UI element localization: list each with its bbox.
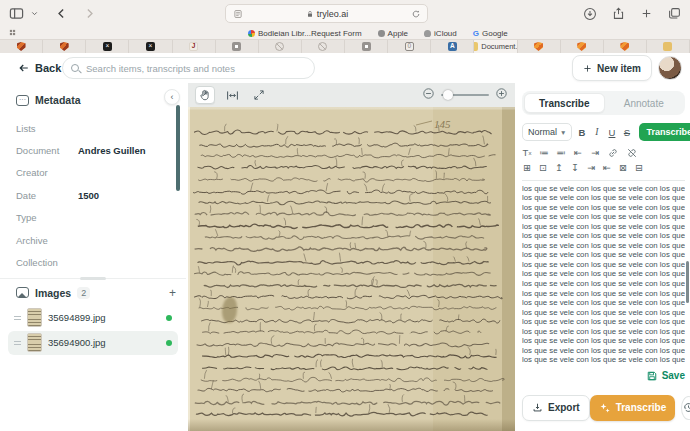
downloads-icon[interactable]: [582, 6, 598, 22]
transcript-line: los que se vele con los que se vele con …: [522, 346, 685, 356]
browser-tab[interactable]: [561, 40, 604, 53]
add-image-button[interactable]: +: [169, 286, 176, 300]
browser-tab[interactable]: [0, 40, 43, 53]
history-button[interactable]: [681, 396, 690, 420]
outdent-button[interactable]: ⇤: [573, 148, 583, 158]
row-below-button[interactable]: ↧: [570, 163, 580, 173]
column-after-button[interactable]: ⇥: [586, 163, 596, 173]
zoom-slider[interactable]: [441, 94, 489, 96]
metadata-field-row[interactable]: Creator: [0, 162, 186, 184]
metadata-field-row[interactable]: Collection: [0, 251, 186, 273]
merge-cells-button[interactable]: ⊠: [618, 163, 628, 173]
user-avatar[interactable]: [658, 56, 682, 80]
browser-forward-icon[interactable]: [81, 6, 97, 22]
expand-button[interactable]: [249, 86, 269, 104]
transcript-scrollbar[interactable]: [686, 261, 689, 303]
split-cells-button[interactable]: ⊟: [634, 163, 644, 173]
row-above-button[interactable]: ↥: [554, 163, 564, 173]
pan-hand-tool-button[interactable]: [195, 86, 215, 104]
transcript-line: los que se vele con los que se vele con …: [522, 317, 685, 327]
metadata-field-row[interactable]: Lists: [0, 117, 186, 139]
metadata-field-row[interactable]: Archive: [0, 229, 186, 251]
browser-tab[interactable]: J: [173, 40, 216, 53]
export-button[interactable]: Export: [522, 395, 590, 421]
transcribed-status-button[interactable]: Transcribed ▼: [639, 123, 690, 141]
browser-back-icon[interactable]: [53, 6, 69, 22]
back-button[interactable]: Back: [18, 62, 61, 74]
x-black-favicon: ×: [103, 42, 112, 51]
bold-button[interactable]: B: [575, 124, 588, 140]
bookmark-item[interactable]: iCloud: [424, 29, 457, 38]
new-item-button[interactable]: New item: [572, 55, 652, 81]
save-button[interactable]: Save: [522, 370, 685, 382]
manuscript-image[interactable]: 145: [188, 107, 515, 431]
browser-tab[interactable]: A: [431, 40, 474, 53]
underline-button[interactable]: U: [605, 124, 618, 140]
indent-button[interactable]: ⇥: [590, 148, 600, 158]
bookmark-label: Bodleian Libr...Request Form: [258, 29, 362, 38]
browser-tab[interactable]: [345, 40, 388, 53]
unlink-button[interactable]: [626, 147, 638, 159]
browser-tab[interactable]: ×: [129, 40, 172, 53]
bullet-list-button[interactable]: ≔: [539, 148, 549, 158]
insert-table-button[interactable]: ⊞: [522, 163, 532, 173]
browser-tab[interactable]: [647, 40, 690, 53]
browser-tab[interactable]: [604, 40, 647, 53]
transcribe-button[interactable]: Transcribe: [590, 395, 676, 421]
sidebar-collapse-button[interactable]: ‹: [164, 89, 180, 105]
italic-button[interactable]: I: [590, 124, 603, 140]
sidebar-scrollbar[interactable]: [176, 105, 180, 191]
new-tab-icon[interactable]: [638, 6, 654, 22]
zoom-out-button[interactable]: [422, 86, 435, 104]
numbered-list-button[interactable]: ≕: [556, 148, 566, 158]
browser-tab[interactable]: [43, 40, 86, 53]
browser-tab[interactable]: [216, 40, 259, 53]
strikethrough-button[interactable]: S: [620, 124, 633, 140]
bookmark-item[interactable]: Apple: [378, 29, 408, 38]
format-toolbar-row3: ⊞⊡↥↧⇥⇤⊠⊟: [522, 163, 685, 173]
bookmark-item[interactable]: GGoogle: [473, 29, 508, 38]
reload-icon[interactable]: [411, 6, 421, 22]
fit-width-button[interactable]: [222, 86, 242, 104]
sidebar-chevron-icon[interactable]: [30, 6, 39, 22]
favorites-grid-icon[interactable]: [9, 29, 16, 38]
search-box[interactable]: [62, 57, 315, 79]
browser-tab[interactable]: [518, 40, 561, 53]
browser-tab-active[interactable]: Document...: [474, 40, 517, 53]
tab-overview-icon[interactable]: [666, 6, 682, 22]
format-toolbar-row1: Normal ▼ BIUS Transcribed ▼: [522, 123, 685, 141]
browser-tab[interactable]: 0: [388, 40, 431, 53]
image-list-item[interactable]: 35694900.jpg: [8, 331, 178, 355]
reader-icon[interactable]: [232, 6, 243, 22]
transcript-line: los que se vele con los que se vele con …: [522, 269, 685, 279]
bodleian-icon: [248, 30, 255, 37]
column-before-button[interactable]: ⇤: [602, 163, 612, 173]
transcript-line: los que se vele con los que se vele con …: [522, 203, 685, 213]
metadata-field-row[interactable]: Date1500: [0, 184, 186, 206]
superscript-button[interactable]: Tx: [522, 148, 532, 158]
back-arrow-icon: [18, 62, 30, 74]
browser-tab[interactable]: [302, 40, 345, 53]
image-list-item[interactable]: 35694899.jpg: [8, 306, 178, 330]
link-button[interactable]: [607, 147, 619, 159]
zoom-slider-knob[interactable]: [443, 90, 453, 100]
metadata-field-row[interactable]: DocumentAndres Guillen: [0, 139, 186, 161]
zoom-in-button[interactable]: [495, 86, 508, 104]
transcript-text-area[interactable]: los que se vele con los que se vele con …: [522, 184, 685, 365]
drag-handle-icon[interactable]: [14, 316, 21, 320]
address-bar[interactable]: tryleo.ai: [225, 4, 428, 23]
sidebar-toggle-icon[interactable]: [8, 6, 24, 22]
table-cell-button[interactable]: ⊡: [538, 163, 548, 173]
bookmark-item[interactable]: Bodleian Libr...Request Form: [248, 29, 362, 38]
format-toolbar-row2: Tx≔≕⇤⇥: [522, 147, 685, 159]
browser-tab[interactable]: [259, 40, 302, 53]
search-input[interactable]: [84, 62, 306, 75]
metadata-field-row[interactable]: Type: [0, 207, 186, 229]
field-label: Collection: [16, 257, 78, 268]
tab-transcribe[interactable]: Transcribe: [524, 93, 605, 113]
tab-annotate[interactable]: Annotate: [605, 93, 684, 113]
browser-tab[interactable]: ×: [86, 40, 129, 53]
paragraph-style-dropdown[interactable]: Normal ▼: [522, 123, 572, 141]
share-icon[interactable]: [610, 6, 626, 22]
drag-handle-icon[interactable]: [14, 341, 21, 345]
